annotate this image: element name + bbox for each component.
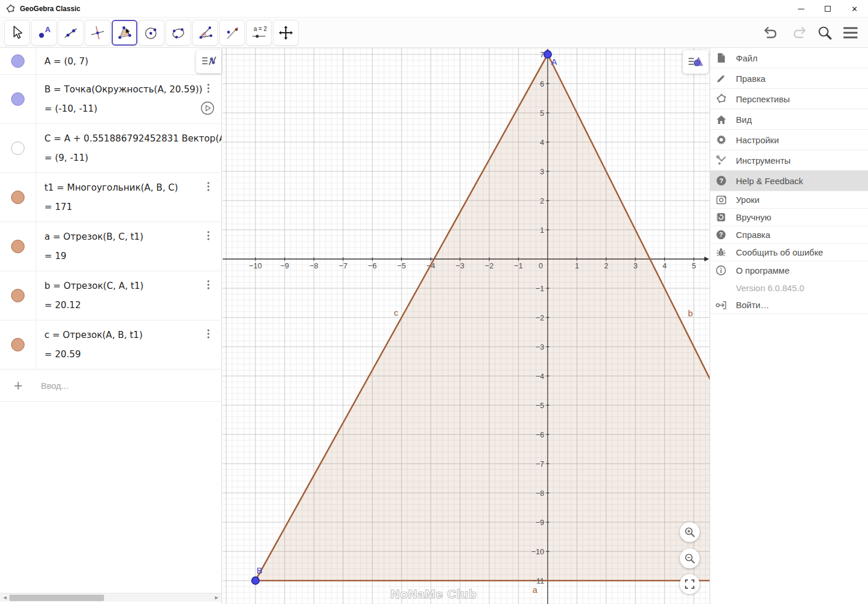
- menu-sub-item-label: Version 6.0.845.0: [736, 283, 804, 293]
- fullscreen-icon: [684, 579, 695, 589]
- polygon-tool-button[interactable]: [112, 20, 137, 46]
- visibility-toggle-a[interactable]: [11, 240, 25, 253]
- menu-item-1[interactable]: Правка: [710, 68, 868, 89]
- algebra-row-a[interactable]: a = Отрезок(B, C, t1) = 19: [0, 222, 222, 271]
- menu-sub-item-1[interactable]: Вручную: [710, 209, 868, 226]
- algebra-stylebar-button[interactable]: [196, 50, 222, 73]
- algebra-row-c[interactable]: c = Отрезок(A, B, t1) = 20.59: [0, 320, 222, 370]
- menu-sub-item-2[interactable]: ? Справка: [710, 226, 868, 244]
- menu-sub-item-6[interactable]: Войти…: [710, 296, 868, 314]
- fullscreen-button[interactable]: [680, 574, 700, 594]
- undo-icon[interactable]: [763, 25, 780, 40]
- angle-tool-button[interactable]: [192, 20, 218, 46]
- algebra-row-B[interactable]: B = Точка(Окружность(A, 20.59)) = (-10, …: [0, 75, 222, 124]
- hamburger-menu-icon[interactable]: [842, 26, 859, 40]
- play-icon-B[interactable]: [200, 101, 215, 115]
- svg-text:NoNaMe Club: NoNaMe Club: [390, 587, 477, 600]
- perspectives-icon: [715, 94, 727, 104]
- graphics-view[interactable]: −10−9−8−7−6−5−4−3−2−1012345−11−10−9−8−7−…: [223, 48, 710, 604]
- algebra-input-row[interactable]: + Ввод...: [0, 370, 222, 402]
- add-input-icon[interactable]: +: [0, 377, 36, 395]
- svg-text:3: 3: [540, 167, 544, 176]
- info-icon: [715, 265, 727, 275]
- visibility-toggle-A[interactable]: [11, 54, 25, 68]
- svg-text:4: 4: [540, 138, 544, 147]
- point-tool-button[interactable]: A: [31, 20, 57, 46]
- svg-text:A: A: [551, 57, 557, 67]
- algebra-row-t1[interactable]: t1 = Многоугольник(A, B, C) = 171: [0, 173, 222, 222]
- redo-icon[interactable]: [790, 25, 807, 40]
- row-menu-icon-a[interactable]: [204, 230, 212, 241]
- svg-text:1: 1: [540, 226, 544, 234]
- row-menu-icon-B[interactable]: [204, 83, 212, 94]
- menu-sub-item-label: Уроки: [736, 195, 759, 205]
- value-t1: = 171: [44, 202, 222, 212]
- search-icon[interactable]: [817, 25, 833, 41]
- svg-text:6: 6: [540, 80, 544, 88]
- scroll-left-icon[interactable]: ◄: [2, 594, 8, 602]
- svg-text:0: 0: [538, 261, 542, 270]
- algebra-horizontal-scrollbar[interactable]: ◄ ►: [0, 593, 222, 602]
- menu-sub-item-label: Вручную: [736, 212, 772, 222]
- tutorials-icon: [715, 195, 727, 205]
- zoom-in-button[interactable]: [680, 522, 700, 542]
- move-tool-button[interactable]: [4, 20, 30, 46]
- definition-t1: t1 = Многоугольник(A, B, C): [44, 182, 222, 193]
- scroll-right-icon[interactable]: ►: [214, 594, 219, 602]
- menu-item-label: Правка: [736, 74, 766, 84]
- svg-text:−2: −2: [485, 261, 494, 270]
- svg-text:b: b: [688, 308, 693, 318]
- menu-sub-item-0[interactable]: Уроки: [710, 191, 868, 209]
- menu-sub-item-4[interactable]: О программе: [710, 261, 868, 279]
- menu-sub-item-label: Войти…: [736, 300, 769, 310]
- algebra-style-icon: [201, 54, 216, 68]
- menu-item-6[interactable]: ? Help & Feedback: [710, 171, 868, 191]
- menu-item-3[interactable]: Вид: [710, 109, 868, 130]
- menu-item-4[interactable]: Настройки: [710, 130, 868, 150]
- algebra-row-C[interactable]: C = A + 0.551886792452831 Вектор(A, B) =…: [0, 124, 222, 173]
- close-button[interactable]: ✕: [841, 0, 868, 18]
- visibility-toggle-B[interactable]: [11, 92, 25, 106]
- svg-text:3: 3: [633, 261, 637, 270]
- polygon-tool-icon: [116, 24, 133, 42]
- minimize-button[interactable]: [787, 0, 814, 18]
- circle-tool-button[interactable]: [139, 20, 164, 46]
- move-graphics-tool-button[interactable]: [273, 20, 299, 46]
- menu-item-2[interactable]: Перспективы: [710, 89, 868, 109]
- row-menu-icon-t1[interactable]: [204, 181, 212, 192]
- row-menu-icon-b[interactable]: [204, 279, 212, 290]
- window-title: GeoGebra Classic: [20, 5, 80, 13]
- visibility-toggle-t1[interactable]: [11, 191, 25, 204]
- visibility-toggle-c[interactable]: [11, 338, 25, 351]
- algebra-row-b[interactable]: b = Отрезок(C, A, t1) = 20.12: [0, 271, 222, 320]
- scrollbar-thumb[interactable]: [9, 595, 104, 601]
- svg-text:−6: −6: [535, 430, 544, 439]
- graphics-stylebar-button[interactable]: [683, 50, 708, 74]
- svg-text:a = 2: a = 2: [254, 26, 267, 32]
- graphics-style-icon: [687, 55, 704, 69]
- algebra-row-A[interactable]: A = (0, 7): [0, 48, 222, 75]
- perpendicular-line-tool-button[interactable]: [85, 20, 110, 46]
- maximize-button[interactable]: [814, 0, 841, 18]
- visibility-toggle-C[interactable]: [11, 141, 25, 155]
- visibility-toggle-b[interactable]: [11, 289, 25, 302]
- menu-item-0[interactable]: Файл: [710, 48, 868, 68]
- algebra-input[interactable]: Ввод...: [36, 381, 68, 391]
- coordinate-plane[interactable]: −10−9−8−7−6−5−4−3−2−1012345−11−10−9−8−7−…: [223, 48, 710, 604]
- menu-sub-item-3[interactable]: Сообщить об ошибке: [710, 244, 868, 261]
- zoom-out-button[interactable]: [680, 548, 700, 568]
- line-tool-button[interactable]: [58, 20, 84, 46]
- svg-text:−4: −4: [427, 261, 435, 270]
- svg-text:−11: −11: [532, 577, 544, 585]
- slider-tool-button[interactable]: a = 2: [246, 20, 272, 46]
- definition-A: A = (0, 7): [44, 56, 222, 67]
- svg-text:−9: −9: [535, 518, 544, 527]
- conic-tool-button[interactable]: [165, 20, 191, 46]
- svg-text:−10: −10: [249, 261, 262, 270]
- row-menu-icon-c[interactable]: [204, 329, 212, 339]
- toolbar: Aa = 2: [0, 18, 868, 48]
- slider-tool-icon: a = 2: [250, 24, 268, 42]
- reflect-tool-button[interactable]: [219, 20, 245, 46]
- zoom-out-icon: [684, 553, 696, 564]
- menu-item-5[interactable]: Инструменты: [710, 150, 868, 171]
